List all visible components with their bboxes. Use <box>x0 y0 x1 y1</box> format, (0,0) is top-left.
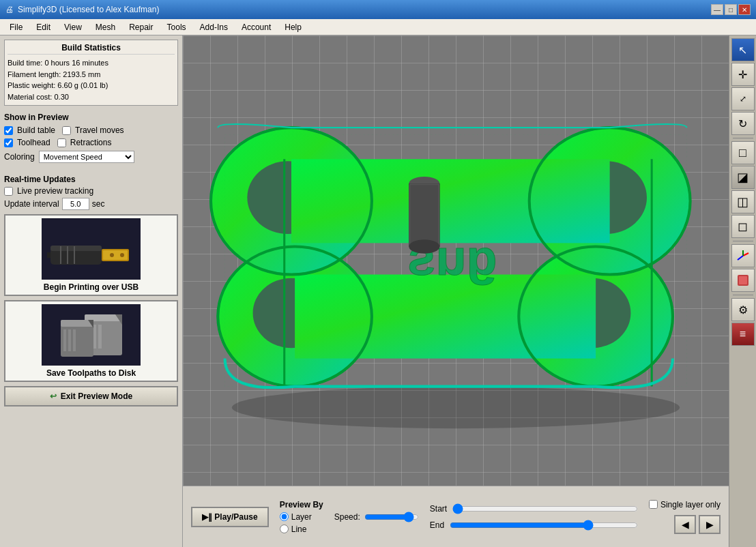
view-iso2-button[interactable]: ◫ <box>731 190 755 213</box>
menu-repair[interactable]: Repair <box>122 21 160 33</box>
bone-3d-model: gus <box>183 35 729 486</box>
end-label: End <box>430 520 444 530</box>
single-layer-row: Single layer only <box>649 500 721 509</box>
close-button[interactable]: ✕ <box>738 4 751 15</box>
build-table-checkbox[interactable] <box>4 126 13 135</box>
build-stats-panel: Build Statistics Build time: 0 hours 16 … <box>4 40 178 106</box>
toolhead-retractions-row: Toolhead Retractions <box>4 136 178 149</box>
layer-radio[interactable] <box>280 512 289 521</box>
line-label: Line <box>291 524 307 534</box>
sd-icon-area <box>42 304 141 366</box>
realtime-label: Real-time Updates <box>4 175 178 184</box>
toolbar-divider-3 <box>733 295 753 295</box>
build-table-row: Build table <box>4 125 55 135</box>
menu-button[interactable]: ≡ <box>731 323 755 346</box>
layer-label: Layer <box>291 512 312 522</box>
speed-slider[interactable] <box>364 512 419 522</box>
svg-rect-1 <box>50 246 102 251</box>
right-controls: Single layer only ◀ ▶ <box>649 500 721 534</box>
end-slider[interactable] <box>450 520 638 531</box>
menu-tools[interactable]: Tools <box>160 21 193 33</box>
start-slider[interactable] <box>452 503 638 514</box>
stat-cost: Material cost: 0.30 <box>8 91 175 103</box>
svg-rect-37 <box>410 185 438 246</box>
play-pause-button[interactable]: ▶‖ Play/Pause <box>191 507 269 527</box>
app-icon: 🖨 <box>5 5 14 14</box>
pan-tool-button[interactable]: ✛ <box>731 63 755 86</box>
titlebar-left: 🖨 Simplify3D (Licensed to Alex Kaufman) <box>5 5 159 14</box>
sd-icon <box>50 308 132 362</box>
live-preview-row: Live preview tracking <box>4 186 178 196</box>
exit-preview-button[interactable]: ↩ Exit Preview Mode <box>4 386 178 406</box>
svg-rect-18 <box>63 329 66 351</box>
prev-button[interactable]: ◀ <box>674 515 696 534</box>
menu-help[interactable]: Help <box>278 21 308 33</box>
svg-point-38 <box>409 239 439 254</box>
stat-filament: Filament length: 2193.5 mm <box>8 69 175 80</box>
line-radio-row: Line <box>280 524 323 534</box>
rotate-button[interactable]: ↻ <box>731 112 755 135</box>
speed-control: Speed: <box>334 512 419 522</box>
view-cube-button[interactable]: ◻ <box>731 215 755 238</box>
stat-weight: Plastic weight: 6.60 g (0.01 lb) <box>8 80 175 91</box>
single-layer-label: Single layer only <box>660 500 721 509</box>
next-button[interactable]: ▶ <box>699 515 721 534</box>
travel-moves-row: Travel moves <box>62 125 124 135</box>
menu-edit[interactable]: Edit <box>29 21 57 33</box>
zoom-fit-button[interactable]: ⤢ <box>731 87 755 110</box>
menu-view[interactable]: View <box>57 21 89 33</box>
toolhead-checkbox[interactable] <box>4 138 13 147</box>
travel-moves-label: Travel moves <box>75 125 124 135</box>
end-range-row: End <box>430 520 638 531</box>
start-end-section: Start End <box>430 503 638 531</box>
svg-line-45 <box>743 253 748 256</box>
select-tool-button[interactable]: ↖ <box>731 38 755 61</box>
stat-build-time: Build time: 0 hours 16 minutes <box>8 57 175 69</box>
update-interval-label: Update interval <box>4 199 59 209</box>
usb-icon <box>47 222 136 276</box>
view-front-button[interactable]: □ <box>731 141 755 164</box>
retractions-checkbox[interactable] <box>57 138 66 147</box>
menu-account[interactable]: Account <box>235 21 278 33</box>
preview-by-label: Preview By <box>280 500 323 509</box>
coloring-select[interactable]: Movement Speed Feature Type Temperature … <box>39 151 134 163</box>
settings-button[interactable]: ⚙ <box>731 298 755 321</box>
start-label: Start <box>430 504 447 514</box>
menubar: File Edit View Mesh Repair Tools Add-Ins… <box>0 19 756 35</box>
coloring-row: Coloring Movement Speed Feature Type Tem… <box>4 151 178 163</box>
update-interval-row: Update interval sec <box>4 198 178 210</box>
svg-rect-20 <box>73 329 76 351</box>
solid-view-button[interactable] <box>731 269 755 292</box>
menu-file[interactable]: File <box>3 21 29 33</box>
nav-buttons: ◀ ▶ <box>674 515 721 534</box>
titlebar: 🖨 Simplify3D (Licensed to Alex Kaufman) … <box>0 0 756 19</box>
svg-line-47 <box>738 256 743 260</box>
titlebar-title: Simplify3D (Licensed to Alex Kaufman) <box>18 5 159 14</box>
usb-button-label: Begin Printing over USB <box>44 282 139 292</box>
svg-point-8 <box>120 253 124 257</box>
axes-button[interactable] <box>731 244 755 267</box>
show-in-preview-section: Show in Preview Build table Travel moves… <box>4 110 178 165</box>
line-radio[interactable] <box>280 524 289 533</box>
viewport-3d[interactable]: gus <box>183 35 729 486</box>
view-iso1-button[interactable]: ◪ <box>731 166 755 189</box>
single-layer-checkbox[interactable] <box>649 500 658 509</box>
minimize-button[interactable]: — <box>711 4 723 15</box>
update-interval-input[interactable] <box>62 198 89 210</box>
maximize-button[interactable]: □ <box>725 4 737 15</box>
preview-by-section: Preview By Layer Line <box>280 500 323 534</box>
sd-save-button[interactable]: Save Toolpaths to Disk <box>4 300 178 382</box>
menu-mesh[interactable]: Mesh <box>89 21 122 33</box>
svg-rect-19 <box>68 329 71 351</box>
svg-rect-26 <box>295 275 596 359</box>
toolhead-row: Toolhead <box>4 138 50 147</box>
titlebar-controls: — □ ✕ <box>711 4 751 15</box>
travel-moves-checkbox[interactable] <box>62 126 71 135</box>
live-preview-checkbox[interactable] <box>4 187 13 196</box>
toolhead-label: Toolhead <box>17 138 50 147</box>
menu-addins[interactable]: Add-Ins <box>193 21 235 33</box>
bottom-controls: ▶‖ Play/Pause Preview By Layer Line Spee… <box>183 486 729 547</box>
svg-point-21 <box>232 387 680 429</box>
usb-print-button[interactable]: Begin Printing over USB <box>4 214 178 296</box>
retractions-label: Retractions <box>70 138 112 147</box>
